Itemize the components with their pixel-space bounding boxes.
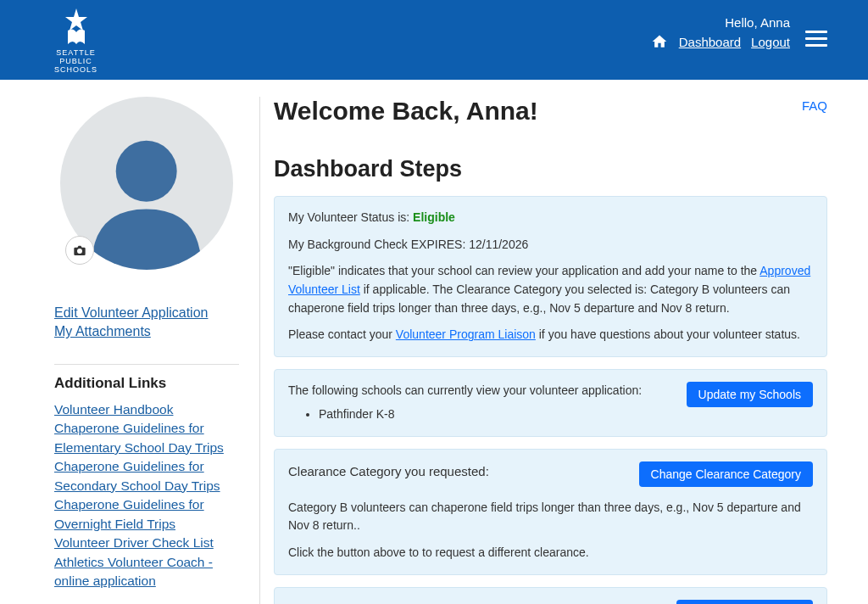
status-label: My Volunteer Status is:: [288, 210, 413, 224]
update-schools-button[interactable]: Update my Schools: [687, 382, 813, 407]
chaperone-elementary-link[interactable]: Chaperone Guidelines for Elementary Scho…: [54, 419, 239, 457]
header: SEATTLE PUBLIC SCHOOLS Hello, Anna Dashb…: [0, 0, 868, 80]
header-right: Hello, Anna Dashboard Logout: [650, 7, 827, 50]
clearance-card: Clearance Category you requested: Change…: [274, 449, 827, 575]
dashboard-steps-heading: Dashboard Steps: [274, 156, 827, 182]
school-item: Pathfinder K-8: [319, 405, 673, 424]
content: Edit Volunteer Application My Attachment…: [0, 80, 868, 604]
home-icon[interactable]: [650, 33, 669, 50]
upload-photo-button[interactable]: [65, 236, 94, 265]
volunteer-handbook-link[interactable]: Volunteer Handbook: [54, 400, 239, 419]
dashboard-link[interactable]: Dashboard: [679, 35, 741, 49]
training-heading: Adult Sexual Misconduct Prevention Train…: [288, 600, 663, 604]
bg-check-exp: My Background Check EXPIRES: 12/11/2026: [288, 236, 813, 254]
driver-checklist-link[interactable]: Volunteer Driver Check List: [54, 534, 239, 552]
hamburger-menu-icon[interactable]: [805, 15, 827, 47]
additional-links-heading: Additional Links: [54, 375, 239, 392]
logo[interactable]: SEATTLE PUBLIC SCHOOLS: [54, 7, 97, 75]
avatar: [60, 97, 233, 270]
clearance-desc-2: Click the button above to to request a d…: [288, 544, 813, 562]
athletics-coach-link[interactable]: Athletics Volunteer Coach - online appli…: [54, 553, 239, 591]
greeting-text: Hello, Anna: [650, 15, 790, 30]
sidebar: Edit Volunteer Application My Attachment…: [54, 97, 239, 604]
update-answers-button[interactable]: Update your Answers: [676, 600, 813, 604]
logo-text-3: SCHOOLS: [54, 66, 97, 75]
volunteer-program-liaison-link[interactable]: Volunteer Program Liaison: [396, 327, 536, 341]
sidebar-divider: [54, 364, 239, 365]
chaperone-overnight-link[interactable]: Chaperone Guidelines for Overnight Field…: [54, 495, 239, 534]
training-card: Adult Sexual Misconduct Prevention Train…: [274, 587, 827, 604]
main: FAQ Welcome Back, Anna! Dashboard Steps …: [259, 97, 827, 604]
additional-links: Volunteer Handbook Chaperone Guidelines …: [54, 400, 239, 591]
chaperone-secondary-link[interactable]: Chaperone Guidelines for Secondary Schoo…: [54, 457, 239, 495]
svg-point-0: [116, 140, 177, 201]
faq-link[interactable]: FAQ: [802, 98, 827, 113]
page-title: Welcome Back, Anna!: [274, 97, 827, 126]
logout-link[interactable]: Logout: [751, 35, 790, 49]
schools-card: The following schools can currently view…: [274, 369, 827, 436]
edit-volunteer-application-link[interactable]: Edit Volunteer Application: [54, 304, 239, 322]
clearance-desc-1: Category B volunteers can chaperone fiel…: [288, 499, 813, 535]
logo-star-icon: [56, 7, 97, 48]
my-attachments-link[interactable]: My Attachments: [54, 322, 239, 341]
change-clearance-button[interactable]: Change Clearance Category: [639, 461, 813, 487]
sidebar-primary-links: Edit Volunteer Application My Attachment…: [54, 304, 239, 342]
person-icon: [74, 125, 219, 270]
clearance-heading: Clearance Category you requested:: [288, 464, 489, 478]
status-value: Eligible: [413, 210, 455, 224]
camera-icon: [73, 244, 86, 256]
schools-intro: The following schools can currently view…: [288, 383, 642, 397]
status-card: My Volunteer Status is: Eligible My Back…: [274, 196, 827, 357]
